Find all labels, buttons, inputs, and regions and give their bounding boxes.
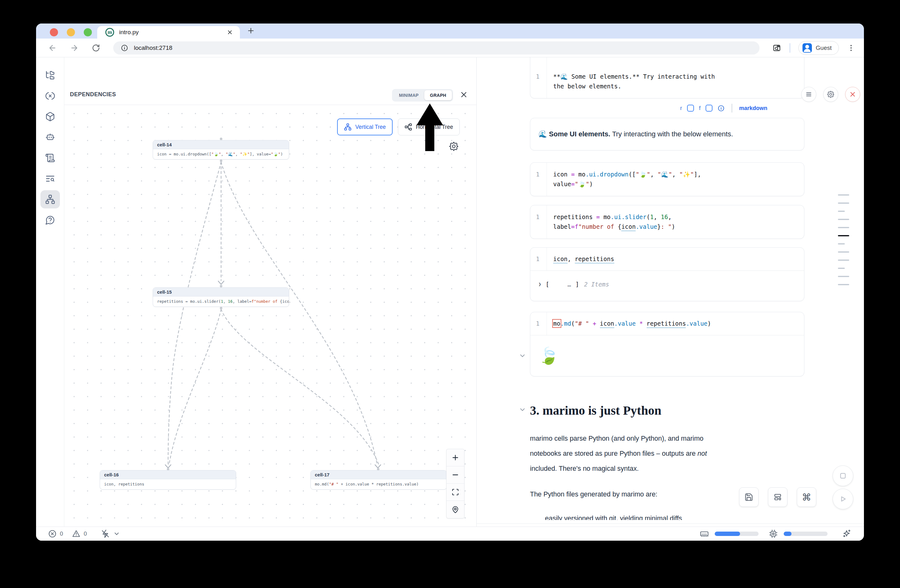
graph-node-cell-15[interactable]: cell-15 repetitions = mo.ui.slider(1, 16… <box>153 288 289 307</box>
shutdown-button[interactable] <box>845 87 860 102</box>
zoom-window-button[interactable] <box>84 28 92 36</box>
rail-item-logs[interactable] <box>40 149 60 167</box>
layout-button[interactable] <box>768 487 787 507</box>
code-cell-slider[interactable]: 1 repetitions = mo.ui.slider(1, 16, labe… <box>530 205 804 239</box>
sidebar-rail <box>36 57 64 526</box>
play-icon <box>839 495 847 503</box>
memory-usage-bar <box>715 532 759 536</box>
graph-settings-icon[interactable] <box>448 141 459 152</box>
rail-item-file-tree[interactable] <box>40 66 60 84</box>
zoom-out-button[interactable] <box>447 466 464 484</box>
collapse-section-chevron-icon[interactable] <box>519 406 526 413</box>
fit-view-button[interactable] <box>447 484 464 501</box>
horizontal-tree-icon <box>405 123 412 131</box>
rail-item-snippets[interactable] <box>40 170 60 188</box>
new-tab-button[interactable] <box>247 27 255 35</box>
warning-count: 0 <box>84 531 87 537</box>
code-editor[interactable]: icon = mo.ui.dropdown(["🍃", "🌊", "✨"], v… <box>546 162 804 196</box>
graph-node-cell-14[interactable]: cell-14 icon = mo.ui.dropdown(["🍃", "🌊",… <box>153 140 289 159</box>
minimap-toggle-button[interactable]: MINIMAP <box>393 90 424 100</box>
stop-icon <box>839 472 847 480</box>
clipped-list-item: easily versioned with git, yielding mini… <box>530 515 804 520</box>
site-info-icon[interactable] <box>121 44 128 52</box>
graph-toggle-button[interactable]: GRAPH <box>424 90 452 100</box>
code-cell-dropdown[interactable]: 1 icon = mo.ui.dropdown(["🍃", "🌊", "✨"],… <box>530 162 804 196</box>
graph-node-cell-17[interactable]: cell-17 mo.md("# " + icon.value * repeti… <box>310 470 447 490</box>
config-divider <box>732 104 732 113</box>
robot-icon <box>45 132 55 142</box>
rail-item-help[interactable] <box>40 211 60 229</box>
minimap-line <box>838 251 849 253</box>
formatter-toggle[interactable] <box>101 529 120 538</box>
url-bar[interactable]: localhost:2718 <box>113 41 759 54</box>
code-editor[interactable]: mo.md("# " + icon.value * repetitions.va… <box>546 312 804 335</box>
minimap-line <box>838 260 849 261</box>
marimo-favicon: m <box>106 28 114 37</box>
rail-item-packages[interactable] <box>40 107 60 126</box>
package-icon <box>45 111 55 122</box>
fstring-checkbox[interactable] <box>706 105 712 111</box>
text-search-icon <box>45 174 55 184</box>
profile-avatar-icon <box>802 43 812 53</box>
graph-canvas[interactable]: cell-14 icon = mo.ui.dropdown(["🍃", "🌊",… <box>64 105 476 526</box>
reload-icon[interactable] <box>92 44 100 52</box>
notebook-settings-button[interactable] <box>823 87 838 102</box>
url-text: localhost:2718 <box>134 45 172 51</box>
ellipsis: … <box>567 280 571 288</box>
zoom-in-button[interactable] <box>447 449 464 466</box>
close-window-button[interactable] <box>50 28 58 36</box>
raw-string-checkbox[interactable] <box>687 105 694 111</box>
output-text: Try interacting with the below elements. <box>610 130 733 138</box>
cpu-usage-bar <box>784 532 827 536</box>
browser-menu-icon[interactable] <box>847 44 855 52</box>
graph-edges <box>64 105 476 526</box>
collapse-output-chevron-icon[interactable] <box>519 352 526 359</box>
minimap-line <box>838 235 849 236</box>
info-icon[interactable] <box>717 105 725 112</box>
rail-item-dependency-graph[interactable] <box>40 190 60 209</box>
forward-icon[interactable] <box>70 43 79 53</box>
error-count: 0 <box>60 531 63 537</box>
language-toggle[interactable]: markdown <box>739 105 767 111</box>
run-button[interactable] <box>833 489 853 509</box>
rail-item-variables[interactable] <box>40 87 60 105</box>
node-code: icon, repetitions <box>100 479 236 489</box>
markdown-source-cell[interactable]: 1 **🌊 Some UI elements.** Try interactin… <box>530 57 804 98</box>
warnings-indicator[interactable]: 0 <box>72 529 87 538</box>
node-code: mo.md("# " + icon.value * repetitions.va… <box>311 479 447 489</box>
code-cell-tuple[interactable]: 1 icon, repetitions ❯ [ … ] 2 Items <box>530 247 804 301</box>
expand-chevron-icon[interactable]: ❯ <box>538 280 541 288</box>
code-editor[interactable]: icon, repetitions <box>546 248 804 271</box>
minimap-line <box>838 210 845 212</box>
tuple-output[interactable]: ❯ [ … ] 2 Items <box>530 271 804 301</box>
errors-indicator[interactable]: 0 <box>48 529 63 538</box>
ai-sparkle-icon[interactable] <box>841 529 851 539</box>
stop-button[interactable] <box>833 466 853 486</box>
graph-node-cell-16[interactable]: cell-16 icon, repetitions <box>100 470 236 490</box>
save-icon <box>745 493 753 501</box>
notebook-menu-button[interactable] <box>801 87 816 102</box>
minimap-line <box>838 284 849 285</box>
chevron-down-icon <box>113 530 120 537</box>
rail-item-ai-assistant[interactable] <box>40 128 60 146</box>
save-button[interactable] <box>739 487 759 507</box>
close-panel-icon[interactable] <box>459 90 468 99</box>
error-circle-icon <box>48 529 57 538</box>
vertical-tree-icon <box>344 123 352 131</box>
cell-minimap[interactable] <box>838 194 849 292</box>
search-tabs-icon[interactable] <box>772 43 782 53</box>
minimap-line <box>838 194 849 196</box>
vertical-tree-button[interactable]: Vertical Tree <box>337 119 393 135</box>
markdown-output-cell: 🌊 Some UI elements. Try interacting with… <box>530 118 804 150</box>
code-editor[interactable]: repetitions = mo.ui.slider(1, 16, label=… <box>546 205 804 238</box>
locate-button[interactable] <box>447 501 464 518</box>
code-cell-md[interactable]: 1 mo.md("# " + icon.value * repetitions.… <box>530 312 804 376</box>
browser-tab[interactable]: m intro.py <box>97 26 240 39</box>
profile-button[interactable]: Guest <box>798 41 839 55</box>
tab-close-icon[interactable] <box>227 29 233 36</box>
back-icon[interactable] <box>48 43 57 53</box>
shortcuts-button[interactable]: ⌘ <box>797 487 816 507</box>
minimize-window-button[interactable] <box>67 28 75 36</box>
code-editor[interactable]: **🌊 Some UI elements.** Try interacting … <box>546 57 804 98</box>
section-paragraph: marimo cells parse Python (and only Pyth… <box>530 431 804 476</box>
